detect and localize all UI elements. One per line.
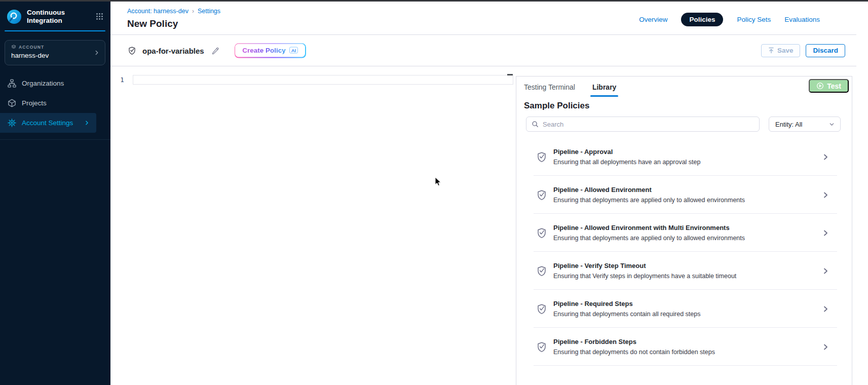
policy-shield-icon (536, 341, 548, 353)
tab-policies[interactable]: Policies (681, 13, 723, 26)
harness-ci-logo-icon (7, 9, 22, 24)
policy-list-item[interactable]: Pipeline - Verify Step Timeout Ensuring … (516, 252, 852, 290)
chevron-right-icon (821, 191, 829, 199)
policy-title: Pipeline - Allowed Environment with Mult… (553, 224, 745, 232)
policy-title: Pipeline - Required Steps (553, 300, 700, 307)
sidebar-item-organizations[interactable]: Organizations (0, 73, 96, 93)
policy-shield-icon (536, 227, 548, 239)
layers-icon (11, 45, 16, 50)
panel-controls: Entity: All (526, 117, 841, 132)
discard-button[interactable]: Discard (806, 44, 845, 57)
policy-section-tabs: Overview Policies Policy Sets Evaluation… (639, 13, 820, 26)
policy-description: Ensuring that all deployments have an ap… (553, 159, 700, 166)
policy-shield-icon (536, 189, 548, 201)
policy-list-item[interactable]: Pipeline - Approval Ensuring that all de… (516, 138, 852, 176)
sidebar-accent-rule (5, 30, 105, 31)
policy-code-editor[interactable]: 1 (110, 66, 516, 385)
policy-shield-icon (536, 265, 548, 277)
ai-badge: AI (289, 47, 298, 54)
policy-list-item[interactable]: Pipeline - Allowed Environment with Mult… (516, 214, 852, 252)
policy-description: Ensuring that deployments are applied on… (553, 197, 745, 204)
product-name: Continuous Integration (27, 9, 65, 25)
sidebar: Continuous Integration ACCOUNT harness-d… (0, 2, 110, 385)
policy-description: Ensuring that deployments do not contain… (553, 349, 715, 356)
sidebar-item-projects[interactable]: Projects (0, 93, 96, 113)
window-top-strip (0, 0, 868, 2)
policy-name: opa-for-variables (142, 46, 204, 55)
tab-testing-terminal[interactable]: Testing Terminal (524, 83, 575, 91)
chevron-right-icon (821, 343, 829, 351)
library-panel: Testing Terminal Library Test Sample Pol… (516, 76, 852, 385)
sidebar-item-label: Account Settings (22, 119, 73, 127)
breadcrumb: Account: harness-dev › Settings (127, 8, 220, 15)
upload-arrow-icon (768, 47, 774, 54)
module-grid-icon[interactable] (96, 13, 103, 20)
entity-filter-dropdown[interactable]: Entity: All (769, 117, 841, 132)
policy-list-item[interactable]: Pipeline - Allowed Environment Ensuring … (516, 176, 852, 214)
chevron-right-icon (821, 267, 829, 275)
test-button[interactable]: Test (809, 79, 849, 93)
sidebar-nav: Organizations Projects (0, 73, 110, 133)
policy-title: Pipeline - Verify Step Timeout (553, 262, 736, 270)
tab-policy-sets[interactable]: Policy Sets (737, 16, 771, 23)
chevron-down-icon (828, 121, 835, 128)
edit-pencil-icon[interactable] (211, 47, 219, 55)
search-input[interactable] (543, 121, 754, 128)
breadcrumb-separator: › (192, 8, 194, 15)
gear-icon (8, 119, 16, 127)
chevron-right-icon (821, 229, 829, 237)
policy-title: Pipeline - Forbidden Steps (553, 338, 715, 345)
policy-list-item[interactable]: Pipeline - Required Steps Ensuring that … (516, 290, 852, 328)
policy-description: Ensuring that Verify steps in deployment… (553, 273, 736, 280)
policy-description: Ensuring that deployments are applied on… (553, 235, 745, 242)
policy-shield-icon (536, 151, 548, 163)
toolbar-actions: Save Discard (761, 44, 845, 57)
policy-description: Ensuring that deployments contain all re… (553, 311, 700, 318)
sample-policy-list: Pipeline - Approval Ensuring that all de… (516, 138, 852, 366)
search-box[interactable] (526, 117, 760, 132)
sidebar-item-account-settings[interactable]: Account Settings (0, 113, 96, 133)
chevron-right-icon (821, 305, 829, 313)
policy-shield-icon (127, 46, 137, 55)
account-label: ACCOUNT (11, 45, 99, 50)
panel-tabs: Testing Terminal Library (516, 76, 852, 91)
breadcrumb-settings-link[interactable]: Settings (198, 8, 220, 15)
line-number: 1 (116, 76, 129, 84)
minimap-slider[interactable] (507, 74, 513, 75)
org-chart-icon (8, 79, 16, 88)
cube-icon (8, 99, 16, 107)
create-policy-button[interactable]: Create Policy AI (235, 43, 306, 58)
play-circle-icon (816, 82, 824, 90)
breadcrumb-account-link[interactable]: Account: harness-dev (127, 8, 188, 15)
sidebar-item-label: Organizations (22, 80, 64, 87)
account-selector[interactable]: ACCOUNT harness-dev (5, 40, 105, 65)
page-title: New Policy (127, 18, 178, 29)
sidebar-divider (0, 139, 110, 140)
editor-current-line[interactable] (133, 75, 513, 85)
account-name: harness-dev (11, 52, 99, 59)
product-header: Continuous Integration (0, 2, 110, 25)
entity-filter-value: Entity: All (775, 121, 802, 128)
chevron-right-icon (821, 153, 829, 161)
policy-identity: opa-for-variables Create Policy AI (127, 43, 306, 58)
tab-evaluations[interactable]: Evaluations (784, 16, 820, 23)
policy-title: Pipeline - Allowed Environment (553, 186, 745, 194)
create-policy-label: Create Policy (242, 47, 286, 54)
sidebar-item-label: Projects (22, 99, 47, 107)
tab-overview[interactable]: Overview (639, 16, 667, 23)
save-button[interactable]: Save (761, 44, 801, 57)
sample-policies-heading: Sample Policies (524, 101, 852, 111)
policy-shield-icon (536, 303, 548, 315)
policy-list-item[interactable]: Pipeline - Forbidden Steps Ensuring that… (516, 328, 852, 366)
policy-title: Pipeline - Approval (553, 148, 700, 156)
chevron-right-icon (93, 49, 100, 56)
search-icon (532, 121, 539, 128)
policy-toolbar: opa-for-variables Create Policy AI S (110, 35, 856, 66)
tab-library[interactable]: Library (592, 83, 616, 91)
chevron-right-icon (84, 120, 90, 126)
